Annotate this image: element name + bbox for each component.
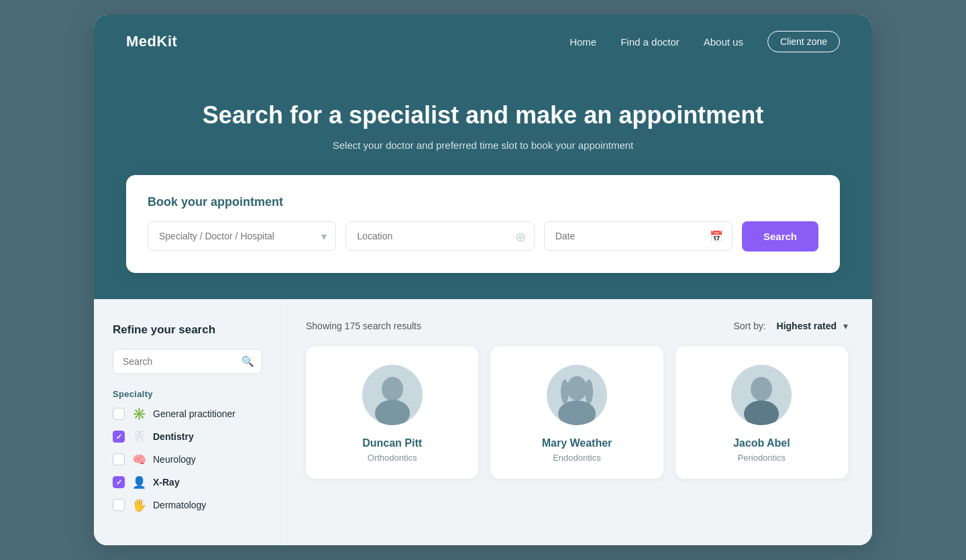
specialty-item[interactable]: 🦷Dentistry bbox=[113, 430, 262, 444]
hero-section: MedKit Home Find a doctor About us Clien… bbox=[94, 15, 872, 298]
specialty-name: Dermatology bbox=[153, 500, 206, 510]
doctor-card[interactable]: Duncan PittOrthodontics bbox=[306, 346, 478, 479]
sort-value: Highest rated bbox=[777, 321, 837, 331]
sidebar-title: Refine your search bbox=[113, 323, 262, 337]
location-field-wrap: ◎ bbox=[345, 221, 534, 251]
nav-home[interactable]: Home bbox=[570, 36, 596, 48]
specialty-item[interactable]: 🧠Neurology bbox=[113, 453, 262, 467]
sidebar-search-wrap: 🔍 bbox=[113, 349, 262, 374]
hero-content: Search for a specialist and make an appo… bbox=[126, 68, 840, 174]
doctor-specialty: Endodontics bbox=[553, 453, 601, 463]
specialty-item[interactable]: 👤X-Ray bbox=[113, 475, 262, 490]
nav-find-doctor[interactable]: Find a doctor bbox=[621, 36, 680, 48]
booking-card-title: Book your appointment bbox=[148, 195, 818, 209]
specialty-name: X-Ray bbox=[153, 477, 180, 488]
booking-card: Book your appointment ▾ ◎ 📅 Search bbox=[126, 175, 840, 273]
doctor-specialty: Periodontics bbox=[738, 453, 786, 463]
results-header: Showing 175 search results Sort by: High… bbox=[306, 321, 848, 331]
navbar: MedKit Home Find a doctor About us Clien… bbox=[126, 15, 840, 68]
doctor-name: Mary Weather bbox=[542, 437, 612, 449]
specialty-list: ✳️General practitioner🦷Dentistry🧠Neurolo… bbox=[113, 407, 262, 512]
brand-logo: MedKit bbox=[126, 33, 177, 50]
specialty-icon: 🦷 bbox=[131, 430, 146, 444]
doctor-specialty: Orthodontics bbox=[368, 453, 417, 463]
search-button[interactable]: Search bbox=[742, 221, 818, 251]
doctor-name: Jacob Abel bbox=[733, 437, 790, 449]
client-zone-button[interactable]: Client zone bbox=[767, 31, 840, 52]
sort-control[interactable]: Sort by: Highest rated ▾ bbox=[733, 321, 848, 331]
sidebar-search-input[interactable] bbox=[113, 349, 262, 374]
specialty-icon: 🧠 bbox=[131, 453, 146, 467]
specialty-name: General practitioner bbox=[153, 408, 235, 419]
specialty-icon: 🖐 bbox=[131, 498, 146, 512]
specialty-name: Dentistry bbox=[153, 431, 194, 442]
svg-point-1 bbox=[382, 377, 403, 401]
search-icon: 🔍 bbox=[241, 355, 254, 368]
specialty-icon: ✳️ bbox=[131, 407, 146, 421]
date-field-wrap: 📅 bbox=[544, 221, 733, 251]
specialty-checkbox[interactable] bbox=[113, 408, 125, 420]
sort-label: Sort by: bbox=[733, 321, 765, 331]
doctor-card[interactable]: Mary WeatherEndodontics bbox=[490, 346, 663, 479]
hero-title: Search for a specialist and make an appo… bbox=[126, 101, 840, 129]
results-count: Showing 175 search results bbox=[306, 321, 421, 331]
app-container: MedKit Home Find a doctor About us Clien… bbox=[94, 15, 872, 545]
chevron-down-icon: ▾ bbox=[843, 321, 848, 331]
avatar bbox=[362, 365, 423, 425]
svg-point-4 bbox=[567, 376, 587, 400]
nav-about[interactable]: About us bbox=[704, 36, 743, 48]
bottom-section: Refine your search 🔍 Specialty ✳️General… bbox=[94, 299, 872, 545]
specialty-checkbox[interactable] bbox=[113, 453, 125, 465]
sidebar: Refine your search 🔍 Specialty ✳️General… bbox=[94, 299, 282, 545]
hero-subtitle: Select your doctor and preferred time sl… bbox=[126, 139, 840, 151]
specialty-checkbox[interactable] bbox=[113, 431, 125, 443]
avatar bbox=[547, 365, 607, 425]
specialty-section-label: Specialty bbox=[113, 389, 262, 399]
nav-links: Home Find a doctor About us Client zone bbox=[570, 31, 840, 52]
date-input[interactable] bbox=[544, 221, 733, 251]
doctor-card[interactable]: Jacob AbelPeriodontics bbox=[676, 346, 848, 479]
specialty-item[interactable]: ✳️General practitioner bbox=[113, 407, 262, 421]
specialty-icon: 👤 bbox=[131, 475, 146, 490]
doctor-cards-grid: Duncan PittOrthodontics Mary WeatherEndo… bbox=[306, 346, 848, 479]
specialty-input[interactable] bbox=[148, 221, 336, 251]
avatar bbox=[731, 365, 792, 425]
specialty-name: Neurology bbox=[153, 454, 196, 465]
results-area: Showing 175 search results Sort by: High… bbox=[282, 299, 872, 545]
specialty-checkbox[interactable] bbox=[113, 476, 125, 488]
specialty-field-wrap: ▾ bbox=[148, 221, 336, 251]
svg-point-9 bbox=[751, 377, 772, 401]
booking-fields: ▾ ◎ 📅 Search bbox=[148, 221, 818, 251]
location-input[interactable] bbox=[345, 221, 534, 251]
svg-point-7 bbox=[585, 380, 593, 404]
specialty-checkbox[interactable] bbox=[113, 499, 125, 511]
svg-point-6 bbox=[561, 380, 569, 404]
doctor-name: Duncan Pitt bbox=[362, 437, 422, 449]
specialty-item[interactable]: 🖐Dermatology bbox=[113, 498, 262, 512]
